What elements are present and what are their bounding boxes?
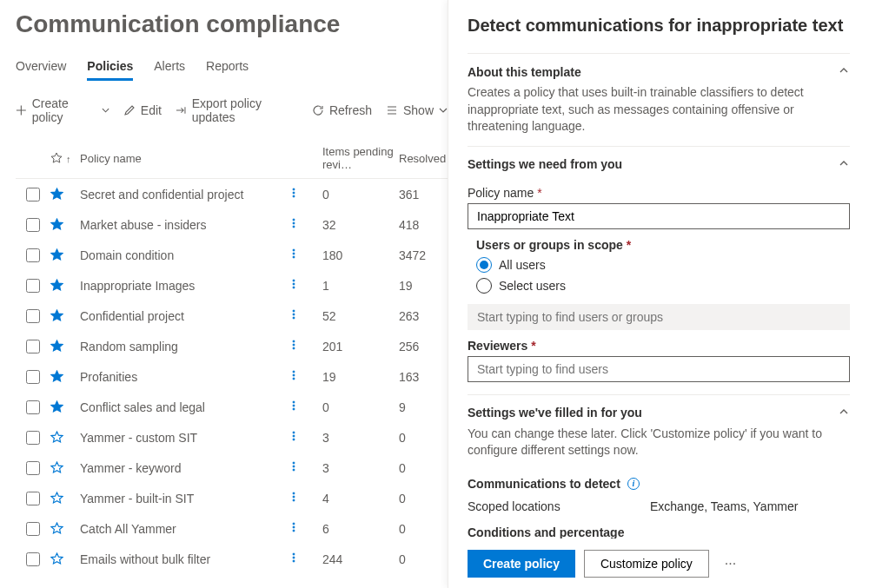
star-toggle[interactable] bbox=[50, 340, 80, 353]
svg-point-38 bbox=[293, 560, 295, 562]
tab-alerts[interactable]: Alerts bbox=[154, 54, 185, 81]
table-row[interactable]: Inappropriate Images119 bbox=[16, 270, 448, 301]
pending-cell: 180 bbox=[322, 248, 399, 262]
table-row[interactable]: Secret and confidential project0361 bbox=[16, 179, 448, 209]
row-checkbox[interactable] bbox=[26, 309, 40, 323]
tab-policies[interactable]: Policies bbox=[87, 54, 133, 81]
row-actions-button[interactable] bbox=[288, 308, 322, 323]
export-label: Export policy updates bbox=[192, 96, 298, 124]
star-toggle[interactable] bbox=[50, 309, 80, 322]
row-checkbox[interactable] bbox=[26, 279, 40, 293]
info-icon[interactable]: i bbox=[627, 478, 640, 490]
svg-point-31 bbox=[293, 496, 295, 498]
section-settings-header[interactable]: Settings we need from you bbox=[468, 146, 850, 177]
edit-button[interactable]: Edit bbox=[123, 103, 162, 117]
star-toggle[interactable] bbox=[50, 188, 80, 201]
section-filled-header[interactable]: Settings we've filled in for you bbox=[468, 394, 850, 426]
star-toggle[interactable] bbox=[50, 431, 80, 444]
table-row[interactable]: Confidential project52263 bbox=[16, 301, 448, 331]
star-toggle[interactable] bbox=[50, 492, 80, 505]
row-actions-button[interactable] bbox=[288, 491, 322, 505]
row-checkbox[interactable] bbox=[26, 188, 40, 202]
row-checkbox[interactable] bbox=[26, 400, 40, 414]
sort-indicator bbox=[64, 152, 71, 165]
star-toggle[interactable] bbox=[50, 248, 80, 261]
table-row[interactable]: Yammer - custom SIT30 bbox=[16, 422, 448, 453]
policy-name-cell: Confidential project bbox=[80, 309, 288, 323]
table-row[interactable]: Yammer - keyword30 bbox=[16, 453, 448, 483]
row-checkbox[interactable] bbox=[26, 218, 40, 232]
scope-all-users-radio[interactable]: All users bbox=[476, 257, 850, 273]
svg-point-32 bbox=[293, 499, 295, 501]
row-actions-button[interactable] bbox=[288, 248, 322, 262]
policy-name-input[interactable] bbox=[468, 203, 850, 229]
resolved-cell: 0 bbox=[399, 492, 448, 505]
resolved-cell: 0 bbox=[399, 431, 448, 445]
toolbar: Create policy Edit Export policy updates… bbox=[16, 96, 448, 124]
comm-detect-heading: Communications to detect i bbox=[468, 477, 640, 491]
table-row[interactable]: Emails without bulk filter2440 bbox=[16, 544, 448, 574]
section-about-header[interactable]: About this template bbox=[468, 53, 850, 84]
tab-reports[interactable]: Reports bbox=[206, 54, 249, 81]
row-checkbox[interactable] bbox=[26, 431, 40, 445]
row-actions-button[interactable] bbox=[288, 187, 322, 202]
row-checkbox[interactable] bbox=[26, 340, 40, 353]
star-toggle[interactable] bbox=[50, 370, 80, 383]
table-row[interactable]: Random sampling201256 bbox=[16, 331, 448, 361]
policy-name-cell: Market abuse - insiders bbox=[80, 218, 288, 232]
table-row[interactable]: Catch All Yammer60 bbox=[16, 513, 448, 544]
row-actions-button[interactable] bbox=[288, 552, 322, 566]
row-actions-button[interactable] bbox=[288, 339, 322, 353]
star-toggle[interactable] bbox=[50, 400, 80, 413]
reviewers-input[interactable] bbox=[468, 356, 850, 382]
policy-name-cell: Random sampling bbox=[80, 340, 288, 353]
show-button[interactable]: Show bbox=[386, 103, 448, 117]
row-actions-button[interactable] bbox=[288, 400, 322, 414]
star-toggle[interactable] bbox=[50, 552, 80, 565]
star-toggle[interactable] bbox=[50, 522, 80, 535]
refresh-icon bbox=[312, 104, 324, 116]
star-toggle[interactable] bbox=[50, 279, 80, 292]
svg-point-12 bbox=[293, 310, 295, 312]
create-policy-submit-button[interactable]: Create policy bbox=[468, 550, 575, 578]
chevron-down-icon bbox=[439, 106, 448, 115]
header-policy-name[interactable]: Policy name bbox=[80, 152, 288, 165]
scope-select-users-radio[interactable]: Select users bbox=[476, 278, 850, 294]
customize-policy-button[interactable]: Customize policy bbox=[584, 550, 709, 578]
tab-overview[interactable]: Overview bbox=[16, 54, 66, 81]
more-actions-button[interactable]: ··· bbox=[718, 556, 743, 571]
svg-point-19 bbox=[293, 374, 295, 376]
export-button[interactable]: Export policy updates bbox=[176, 96, 298, 124]
row-actions-button[interactable] bbox=[288, 460, 322, 475]
header-pending[interactable]: Items pending revi… bbox=[322, 145, 399, 171]
svg-point-22 bbox=[293, 405, 295, 406]
row-actions-button[interactable] bbox=[288, 430, 322, 445]
policy-name-cell: Secret and confidential project bbox=[80, 188, 288, 202]
header-resolved[interactable]: Resolved bbox=[399, 152, 448, 165]
table-row[interactable]: Conflict sales and legal09 bbox=[16, 392, 448, 422]
refresh-button[interactable]: Refresh bbox=[312, 103, 372, 117]
row-checkbox[interactable] bbox=[26, 461, 40, 475]
row-actions-button[interactable] bbox=[288, 217, 322, 232]
row-checkbox[interactable] bbox=[26, 370, 40, 384]
create-policy-button[interactable]: Create policy bbox=[16, 96, 109, 124]
table-row[interactable]: Yammer - built-in SIT40 bbox=[16, 483, 448, 513]
row-checkbox[interactable] bbox=[26, 522, 40, 536]
table-row[interactable]: Market abuse - insiders32418 bbox=[16, 209, 448, 240]
table-row[interactable]: Domain condition1803472 bbox=[16, 240, 448, 270]
reviewers-label: Reviewers * bbox=[468, 339, 850, 353]
table-row[interactable]: Profanities19163 bbox=[16, 361, 448, 392]
svg-point-6 bbox=[293, 249, 295, 251]
star-toggle[interactable] bbox=[50, 218, 80, 231]
tab-bar: Overview Policies Alerts Reports bbox=[16, 54, 448, 81]
row-actions-button[interactable] bbox=[288, 521, 322, 536]
row-actions-button[interactable] bbox=[288, 369, 322, 384]
star-toggle[interactable] bbox=[50, 461, 80, 474]
pending-cell: 52 bbox=[322, 309, 399, 323]
row-checkbox[interactable] bbox=[26, 492, 40, 505]
pending-cell: 3 bbox=[322, 461, 399, 475]
star-icon[interactable] bbox=[50, 152, 63, 164]
row-checkbox[interactable] bbox=[26, 552, 40, 566]
row-checkbox[interactable] bbox=[26, 248, 40, 262]
row-actions-button[interactable] bbox=[288, 278, 322, 293]
